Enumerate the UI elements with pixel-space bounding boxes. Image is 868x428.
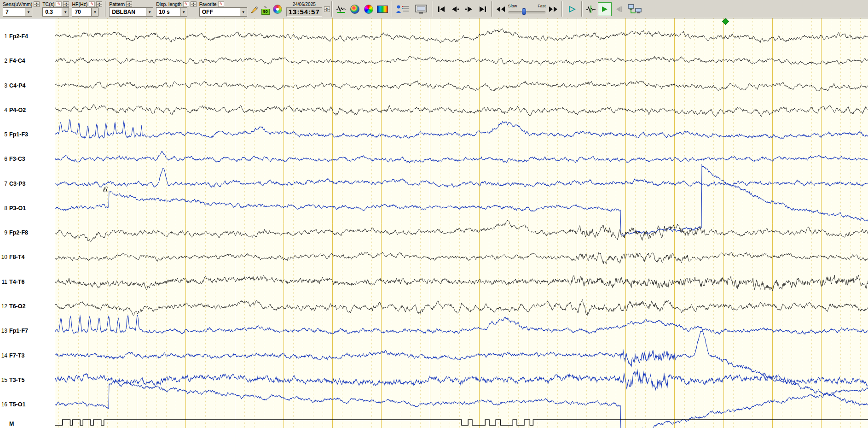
step-back-button[interactable] <box>448 2 462 16</box>
channel-name: Fp2-F8 <box>9 229 28 236</box>
edit-pen-icon[interactable]: ✎ <box>89 1 95 7</box>
hf-control: HF(Hz) ✎ ▲▼ 70 ▼ <box>70 0 104 18</box>
brain-map-button[interactable] <box>348 2 362 16</box>
display-length-label: Disp. length <box>156 1 181 7</box>
channel-name: T4-T6 <box>9 279 24 285</box>
step-back-icon <box>451 6 459 12</box>
channel-number: 15 <box>0 377 9 383</box>
monitor-button[interactable] <box>412 2 430 16</box>
spin-down-icon[interactable]: ▼ <box>324 9 330 12</box>
channel-label-row[interactable]: 5Fp1-F3 <box>0 131 54 138</box>
channel-number: 8 <box>0 205 9 211</box>
favorite-select[interactable]: OFF ▼ <box>199 7 247 17</box>
channel-label-row[interactable]: 9Fp2-F8 <box>0 229 54 236</box>
notch-value: 50 <box>261 9 270 15</box>
channel-number: 13 <box>0 328 9 334</box>
speed-slider-track[interactable] <box>508 8 546 15</box>
hf-select[interactable]: 70 ▼ <box>72 7 98 17</box>
speed-slider-thumb[interactable] <box>522 8 526 15</box>
settings-button[interactable] <box>271 2 284 16</box>
previous-page-button[interactable] <box>612 2 625 16</box>
edit-pen-icon[interactable]: ✎ <box>56 1 62 7</box>
chevron-down-icon[interactable]: ▼ <box>146 7 153 17</box>
channel-name: Fp1-F7 <box>9 328 28 334</box>
patient-list-icon <box>396 5 410 14</box>
brain-topography-icon <box>350 5 359 14</box>
chevron-down-icon[interactable]: ▼ <box>240 7 247 17</box>
chevron-down-icon[interactable]: ▼ <box>62 7 69 17</box>
channel-number: 6 <box>0 156 9 162</box>
annotation-pencil-button[interactable] <box>249 2 260 16</box>
trace-display-area[interactable]: 6 <box>55 18 868 428</box>
chevron-down-icon[interactable]: ▼ <box>25 7 32 17</box>
speed-down-button[interactable] <box>494 2 508 16</box>
channel-name: P4-O2 <box>9 107 26 113</box>
channel-label-row[interactable]: 14F7-T3 <box>0 352 54 359</box>
channel-label-row[interactable]: 4P4-O2 <box>0 106 54 114</box>
channel-number: 11 <box>0 279 9 285</box>
chevron-down-icon[interactable]: ▼ <box>180 7 187 17</box>
separator <box>581 1 583 17</box>
channel-label-row[interactable]: 10F8-T4 <box>0 253 54 261</box>
sensitivity-control: Sens(uV/mm) ▲▼ 7 ▼ <box>1 0 41 18</box>
skip-to-start-icon <box>437 6 446 12</box>
pattern-label: Pattern <box>109 1 125 7</box>
chevron-down-icon[interactable]: ▼ <box>91 7 98 17</box>
channel-label-row[interactable]: 12T6-O2 <box>0 303 54 310</box>
channel-number: 5 <box>0 131 9 138</box>
tc-label: TC(s) <box>42 1 54 7</box>
channel-number: 2 <box>0 58 9 64</box>
spin-down-icon[interactable]: ▼ <box>34 4 40 7</box>
step-forward-button[interactable] <box>462 2 476 16</box>
pattern-spinner: ▲▼ <box>126 1 132 7</box>
eeg-canvas[interactable] <box>55 18 868 428</box>
edit-pen-icon[interactable]: ✎ <box>218 1 224 7</box>
channel-number: 12 <box>0 303 9 310</box>
play-button[interactable] <box>564 2 580 16</box>
network-button[interactable] <box>625 2 644 16</box>
edit-pen-icon[interactable]: ✎ <box>183 1 189 7</box>
notch-filter-button[interactable]: ∿ 50 <box>260 4 271 15</box>
jump-start-button[interactable] <box>434 2 448 16</box>
channel-label-row[interactable]: 6F3-C3 <box>0 155 54 163</box>
channel-label-row[interactable]: 8P3-O1 <box>0 205 54 212</box>
toolbar: Sens(uV/mm) ▲▼ 7 ▼ TC(s) ✎ ▲▼ 0.3 ▼ HF(H… <box>0 0 868 18</box>
review-trace-button[interactable] <box>584 2 598 16</box>
display-length-select[interactable]: 10 s ▼ <box>156 7 187 17</box>
patient-info-button[interactable] <box>393 2 412 16</box>
channel-label-row[interactable]: 7C3-P3 <box>0 180 54 188</box>
skip-to-end-icon <box>479 6 487 12</box>
channel-name: T5-O1 <box>9 401 25 408</box>
channel-label-row[interactable]: 11T4-T6 <box>0 278 54 286</box>
spin-down-icon[interactable]: ▼ <box>96 4 102 7</box>
channel-label-row[interactable]: 13Fp1-F7 <box>0 327 54 334</box>
pattern-select[interactable]: DBLBAN ▼ <box>109 7 153 17</box>
channel-label-row[interactable]: 15T3-T5 <box>0 376 54 384</box>
channel-name: Fp2-F4 <box>9 33 28 40</box>
spin-down-icon[interactable]: ▼ <box>191 4 197 7</box>
display-length-value: 10 s <box>156 7 180 17</box>
tc-select[interactable]: 0.3 ▼ <box>42 7 69 17</box>
separator <box>432 1 433 17</box>
datetime-display: 24/06/2025 13:54:57 <box>284 0 324 18</box>
trace-view-button[interactable] <box>334 2 348 16</box>
sensitivity-select[interactable]: 7 ▼ <box>3 7 32 17</box>
marked-waveform-icon <box>586 5 596 13</box>
channel-number: 4 <box>0 107 9 113</box>
channel-name: T6-O2 <box>9 303 25 310</box>
jump-end-button[interactable] <box>476 2 490 16</box>
channel-label-row[interactable]: 2F4-C4 <box>0 57 54 64</box>
channel-label-row[interactable]: 3C4-P4 <box>0 82 54 89</box>
speed-up-button[interactable] <box>546 2 560 16</box>
channel-label-column: 1Fp2-F42F4-C43C4-P44P4-O25Fp1-F36F3-C37C… <box>0 18 55 428</box>
channel-label-row[interactable]: 1Fp2-F4 <box>0 33 54 40</box>
channel-number: 10 <box>0 254 9 260</box>
hf-spinner: ▲▼ <box>96 1 102 7</box>
spectrogram-button[interactable] <box>376 2 389 16</box>
spin-down-icon[interactable]: ▼ <box>63 4 69 7</box>
channel-label-row[interactable]: 16T5-O1 <box>0 401 54 408</box>
live-play-button[interactable] <box>598 2 612 16</box>
spectrum-circle-button[interactable] <box>362 2 376 16</box>
pattern-control: Pattern ▲▼ DBLBAN ▼ <box>108 0 155 18</box>
spin-down-icon[interactable]: ▼ <box>126 4 132 7</box>
